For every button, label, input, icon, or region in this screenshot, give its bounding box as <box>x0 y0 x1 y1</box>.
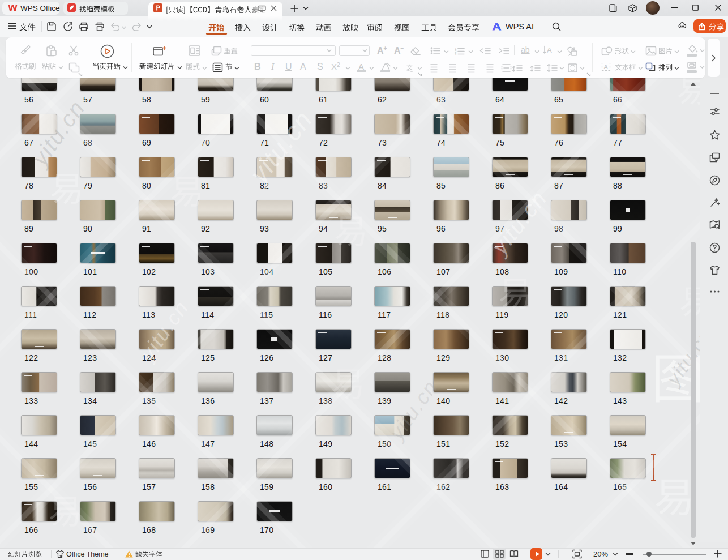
svg-text:3: 3 <box>455 53 457 56</box>
svg-text:A: A <box>547 46 552 54</box>
svg-text:A: A <box>604 63 609 70</box>
